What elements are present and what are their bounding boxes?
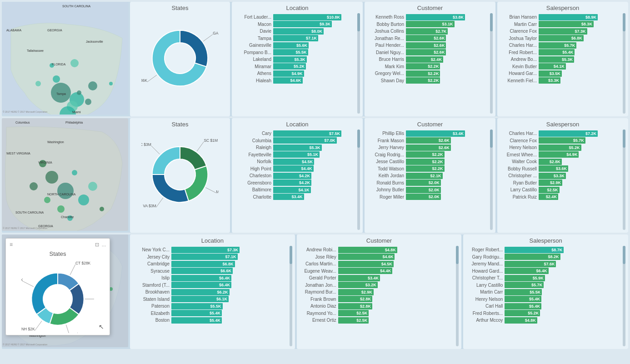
bar-label: Keith Jordan	[367, 173, 406, 178]
bar: $8.3K	[539, 21, 594, 27]
bar-row: Eugene Weav... $4.4K	[300, 268, 455, 274]
bar: $2.4K	[406, 56, 443, 63]
bar: $3.4K	[338, 275, 380, 281]
map-popup-container: TorontoNEW HAMPSHIRENEW YORKBostonPENNSY…	[2, 234, 128, 347]
salesperson-panel-2: Salesperson Charles Har... $7.2K Clarenc…	[497, 118, 628, 233]
bar-row: Kevin Butler $4.1K	[500, 63, 622, 70]
bar-row: Charles Har... $7.2K	[500, 130, 622, 137]
expand-icon[interactable]: ⊡	[95, 242, 99, 248]
svg-line-48	[205, 188, 216, 193]
bar-value: $2.0K	[429, 194, 440, 199]
bar-container: $5.4K	[505, 303, 622, 309]
location-scrollbar-1[interactable]	[357, 13, 360, 114]
bar-row: Howard Gard... $6.4K	[466, 268, 622, 274]
salesperson-title-3: Salesperson	[466, 237, 625, 244]
bar-label: Henry Nelson	[466, 297, 505, 302]
bar-row: Fred Robert... $5.4K	[500, 49, 622, 55]
more-icon[interactable]: ...	[102, 242, 106, 248]
bar-label: High Point	[235, 166, 273, 171]
bar-value: $7.1K	[306, 36, 317, 40]
bar: $5.3K	[539, 56, 574, 63]
bar-row: Joshua Taylor $6.8K	[500, 35, 622, 41]
bar-label: Jose Riley	[300, 254, 338, 259]
bar-value: $3.3K	[548, 78, 559, 83]
salesperson-scrollbar-1[interactable]	[623, 13, 625, 114]
bar-row: Martin Carr $5.5K	[466, 289, 622, 295]
bar-label: Clarence Fox	[500, 29, 539, 34]
customer-scrollbar-1[interactable]	[490, 13, 493, 114]
bar-container: $4.6K	[273, 77, 356, 84]
customer-title-3: Customer	[300, 237, 459, 244]
salesperson-scrollbar-3[interactable]	[623, 246, 625, 346]
bar-value: $4.8K	[525, 318, 536, 323]
customer-scrollbar-2[interactable]	[490, 130, 493, 230]
bar: $7.6K	[505, 261, 556, 267]
bar-container: $3.6K	[539, 165, 622, 172]
salesperson-panel-3: Salesperson Roger Robert... $8.7K Gary R…	[463, 234, 628, 349]
bar-label: Antonio Diaz	[300, 304, 338, 309]
states-popup[interactable]: ≡ ⊡ ... States CT $28KNJ $2...MA $22KNH …	[5, 238, 110, 335]
bar-value: $4.1K	[298, 188, 309, 192]
bar-row: Larry Castillo $5.7K	[466, 282, 622, 288]
bar-row: Davie $8.0K	[235, 28, 356, 35]
bar-container: $5.6K	[273, 42, 356, 49]
bar: $2.2K	[406, 165, 445, 172]
bar: $2.2K	[406, 151, 445, 158]
salesperson-scrollbar-2[interactable]	[623, 130, 625, 230]
bar-container: $6.8K	[539, 35, 622, 41]
bar-label: Syracuse	[133, 269, 171, 274]
bar-label: Bobby Russell	[500, 166, 539, 171]
bar-value: $3.4K	[291, 194, 302, 199]
bar-row: Andrew Bo... $5.3K	[500, 56, 622, 63]
bar-label: Arthur Mccoy	[466, 318, 505, 323]
bar-label: Greensboro	[235, 180, 273, 185]
bar-container: $3.5K	[539, 70, 622, 77]
svg-point-3	[53, 75, 60, 83]
map-panel-2[interactable]: ColumbusPhiladelphiaWEST VIRGINIAVIRGINI…	[2, 118, 128, 231]
bar-value: $2.2K	[432, 166, 443, 171]
bar-value: $2.7K	[435, 29, 446, 34]
bar-row: Jersey City $7.1K	[133, 254, 289, 260]
bar: $2.5K	[539, 187, 560, 193]
bar-value: $8.9K	[585, 15, 596, 20]
bar-value: $4.4K	[301, 166, 312, 171]
bar-row: Lakeland $5.3K	[235, 56, 356, 63]
bar-label: Henry Nelson	[500, 145, 539, 150]
bar: $10.8K	[273, 14, 341, 20]
bar-container: $5.4K	[505, 296, 622, 302]
location-scrollbar-2[interactable]	[357, 130, 360, 230]
bar-label: Howard Gar...	[500, 71, 539, 76]
map-panel-1[interactable]: SOUTH CAROLINAALABAMAGEORGIAFLORIDATalla…	[2, 2, 128, 115]
hamburger-icon[interactable]: ≡	[10, 241, 13, 248]
bar-row: Gary Rodrigu... $8.2K	[466, 254, 622, 260]
bar-row: Baltimore $4.1K	[235, 187, 356, 193]
bar-label: Larry Castillo	[500, 187, 539, 192]
svg-text:MD $1M: MD $1M	[216, 189, 219, 194]
scrollbar-thumb	[490, 130, 493, 148]
customer-scrollbar-3[interactable]	[456, 246, 459, 346]
bar: $5.4K	[505, 303, 541, 309]
bar-container: $5.3K	[539, 56, 622, 63]
bar-row: Raymond Yo... $2.5K	[300, 310, 455, 316]
bar-value: $5.4K	[529, 297, 540, 301]
bar-container: $6.1K	[171, 296, 289, 302]
svg-line-21	[203, 35, 213, 41]
bar-label: Davie	[235, 29, 273, 34]
location-scrollbar-3[interactable]	[290, 246, 292, 346]
bar-value: $4.6K	[382, 254, 393, 259]
customer-panel-2: Customer Phillip Ellis $3.4K Frank Mason…	[365, 118, 495, 233]
svg-point-9	[70, 59, 79, 67]
svg-text:Jacksonville: Jacksonville	[86, 40, 103, 43]
bar: $5.2K	[505, 310, 540, 316]
bar-row: Kenneth Ross $3.8K	[367, 14, 489, 20]
bar-value: $5.4K	[210, 318, 220, 323]
bar: $3.4K	[273, 194, 304, 200]
bar-container: $4.9K	[273, 70, 356, 77]
bar-container: $7.2K	[539, 130, 622, 137]
states-panel-1: States GA $20KFL $86K	[130, 2, 230, 116]
bar-label: Charlotte	[235, 194, 273, 199]
bar-row: Kenneth Fiel... $3.3K	[500, 77, 622, 84]
bar-label: Jeremy Mand...	[466, 261, 505, 266]
bar-container: $6.4K	[505, 268, 622, 274]
bar-container: $2.9K	[338, 289, 455, 295]
